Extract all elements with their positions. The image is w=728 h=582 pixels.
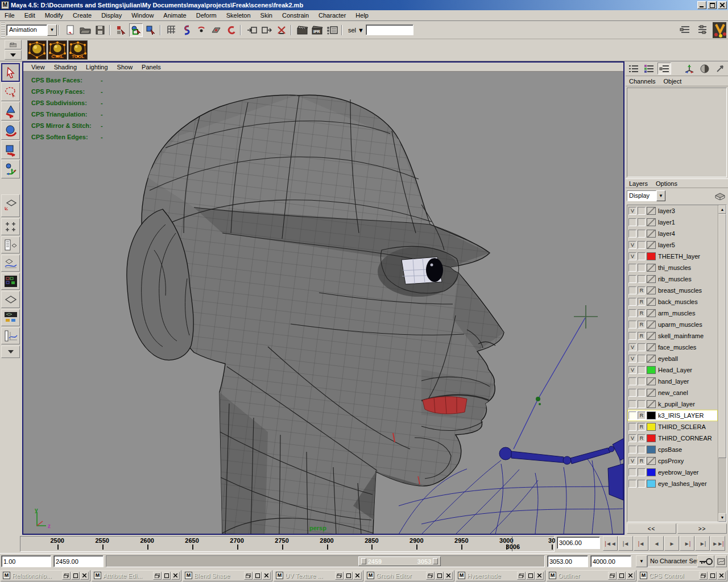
tab-object[interactable]: Object [663, 78, 681, 85]
create-layer-button[interactable] [713, 190, 727, 202]
input-connections-icon[interactable] [245, 23, 259, 37]
scroll-up-icon[interactable]: ▲ [718, 205, 726, 214]
select-component-icon[interactable] [144, 23, 158, 37]
show-tool-settings-icon[interactable] [696, 23, 709, 37]
panel-menu-show[interactable]: Show [117, 64, 133, 70]
layer-reference-toggle[interactable] [638, 355, 646, 363]
close-icon[interactable] [626, 572, 635, 580]
render-globals-icon[interactable] [325, 23, 339, 37]
layer-reference-toggle[interactable]: R [638, 423, 646, 431]
layer-row[interactable]: eyebrow_layer [627, 467, 718, 478]
animation-preferences-button[interactable] [715, 555, 727, 567]
layer-row[interactable]: Rskell_mainframe [627, 330, 718, 342]
taskbar-window-outliner[interactable]: MOutliner [547, 570, 636, 581]
layer-visibility-toggle[interactable]: V [628, 252, 636, 260]
layer-name[interactable]: cpsBase [658, 446, 682, 453]
layer-visibility-toggle[interactable]: V [628, 343, 636, 351]
layer-reference-toggle[interactable] [638, 207, 646, 215]
restore-icon[interactable] [517, 572, 526, 580]
layer-pager-left-button[interactable]: << [627, 523, 676, 534]
menu-modify[interactable]: Modify [45, 12, 63, 19]
step-back-key-button[interactable]: |◄ [618, 536, 633, 551]
layer-name[interactable]: layer3 [658, 207, 675, 214]
layer-row[interactable]: Vface_muscles [627, 342, 718, 353]
menu-file[interactable]: File [5, 12, 15, 19]
layer-visibility-toggle[interactable] [628, 286, 636, 294]
lasso-tool-button[interactable] [1, 82, 20, 101]
layer-name[interactable]: new_canel [658, 389, 688, 396]
snap-point-icon[interactable] [195, 23, 208, 37]
wireframe-head-model[interactable] [23, 72, 623, 534]
show-channel-box-icon[interactable] [679, 23, 692, 37]
layer-reference-toggle[interactable]: R [638, 332, 646, 340]
layout-persp-outliner-button[interactable] [1, 236, 20, 253]
layer-name[interactable]: THIRD_CORNEAR [658, 435, 712, 442]
layer-name[interactable]: k_pupil_layer [658, 401, 695, 408]
layout-persp-graph-button[interactable] [1, 255, 20, 272]
layer-reference-toggle[interactable]: R [638, 434, 646, 442]
range-start-grip[interactable] [361, 558, 366, 564]
restore-icon[interactable] [608, 572, 617, 580]
layer-visibility-toggle[interactable]: V [628, 241, 636, 249]
close-icon[interactable] [444, 572, 453, 580]
range-end-grip[interactable] [433, 558, 438, 564]
restore-icon[interactable] [335, 572, 344, 580]
layer-color-swatch[interactable] [647, 457, 656, 465]
layer-color-swatch[interactable] [647, 230, 656, 238]
layer-color-swatch[interactable] [647, 400, 656, 408]
layer-color-swatch[interactable] [647, 423, 656, 431]
scrollbar-thumb[interactable] [718, 214, 726, 458]
panel-menu-lighting[interactable]: Lighting [86, 64, 108, 70]
layout-persp-button[interactable] [1, 291, 20, 308]
layer-reference-toggle[interactable]: R [638, 309, 646, 317]
layer-reference-toggle[interactable]: R [638, 321, 646, 329]
menu-animate[interactable]: Animate [163, 12, 186, 19]
maximize-icon[interactable] [435, 572, 444, 580]
layer-visibility-toggle[interactable] [628, 411, 636, 419]
layer-name[interactable]: thi_muscles [658, 264, 691, 271]
menu-character[interactable]: Character [318, 12, 346, 19]
layer-visibility-toggle[interactable] [628, 389, 636, 397]
close-icon[interactable] [353, 572, 362, 580]
playback-end-field[interactable] [547, 555, 588, 567]
layer-visibility-toggle[interactable] [628, 446, 636, 454]
layer-row[interactable]: layer4 [627, 228, 718, 239]
menu-help[interactable]: Help [355, 12, 369, 19]
layer-color-swatch[interactable] [647, 343, 656, 351]
layout-persp-graph2-button[interactable] [1, 327, 20, 344]
layer-name[interactable]: breast_muscles [658, 287, 702, 294]
layer-reference-toggle[interactable] [638, 468, 646, 476]
taskbar-window-blend-shape[interactable]: MBlend Shape [183, 570, 272, 581]
layer-visibility-toggle[interactable] [628, 275, 636, 283]
render-sphere-icon[interactable] [698, 63, 712, 74]
menuset-dropdown[interactable]: Animation ▼ [6, 24, 57, 36]
time-slider[interactable]: 2500 2550 2600 2650 2700 2750 2800 2850 … [20, 536, 555, 552]
maximize-icon[interactable] [344, 572, 353, 580]
snap-view-plane-icon[interactable] [224, 23, 238, 37]
layer-color-swatch[interactable] [647, 468, 656, 476]
show-manipulator-tool-button[interactable] [1, 160, 20, 178]
open-scene-icon[interactable] [78, 23, 92, 37]
layer-visibility-toggle[interactable] [628, 298, 636, 306]
layer-color-swatch[interactable] [647, 298, 656, 306]
layer-color-swatch[interactable] [647, 332, 656, 340]
maximize-icon[interactable] [71, 572, 80, 580]
layer-row[interactable]: rib_muscles [627, 273, 718, 285]
layer-mode-dropdown[interactable]: Display ▼ [627, 190, 665, 201]
layer-reference-toggle[interactable]: R [638, 457, 646, 465]
quick-select-input[interactable] [366, 24, 413, 35]
layer-reference-toggle[interactable] [638, 230, 646, 238]
play-backwards-button[interactable]: ◄ [649, 536, 664, 551]
taskbar-window-relationship-editor[interactable]: MRelationship... [1, 570, 90, 581]
maximize-icon[interactable] [708, 572, 717, 580]
output-connections-icon[interactable] [260, 23, 274, 37]
move-tool-button[interactable] [1, 102, 20, 120]
layer-reference-toggle[interactable] [638, 218, 646, 226]
layer-visibility-toggle[interactable] [628, 218, 636, 226]
menu-skin[interactable]: Skin [260, 12, 272, 19]
render-current-frame-icon[interactable] [296, 23, 309, 37]
layer-color-swatch[interactable] [647, 264, 656, 272]
layer-color-swatch[interactable] [647, 207, 656, 215]
layer-row[interactable]: thi_muscles [627, 262, 718, 273]
menu-options[interactable]: Options [656, 180, 677, 187]
